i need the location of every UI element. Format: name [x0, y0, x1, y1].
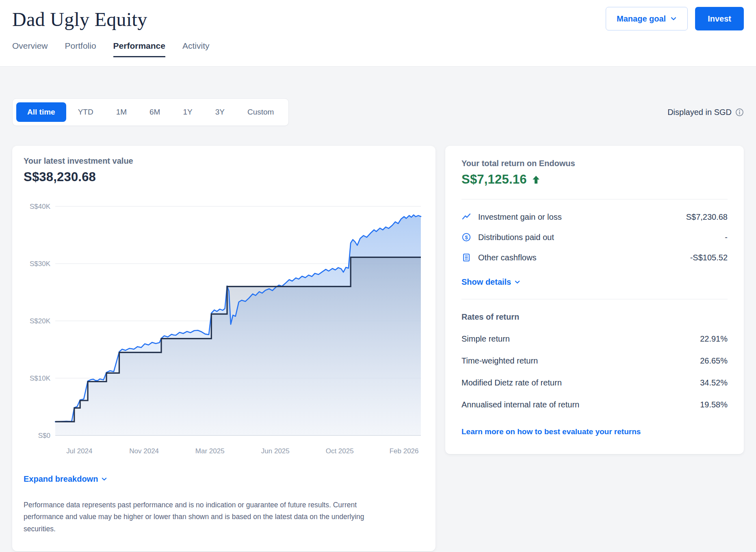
chart-wrap: S$40KS$30KS$20KS$10KS$0Jul 2024Nov 2024M… [24, 195, 424, 458]
filter-row: All time YTD 1M 6M 1Y 3Y Custom Displaye… [12, 98, 744, 126]
breakdown-value: - [725, 233, 728, 242]
tab-bar: Overview Portfolio Performance Activity [12, 41, 744, 57]
svg-text:Mar 2025: Mar 2025 [195, 447, 225, 455]
svg-text:$: $ [465, 234, 468, 240]
arrow-up-icon [531, 175, 541, 185]
show-details-link[interactable]: Show details [461, 277, 520, 287]
currency-note-label: Displayed in SGD [667, 108, 732, 117]
breakdown-row-distributions: $ Distributions paid out - [461, 227, 728, 247]
range-custom[interactable]: Custom [236, 102, 285, 122]
svg-text:Jul 2024: Jul 2024 [66, 447, 92, 455]
rate-label: Modified Dietz rate of return [461, 378, 562, 387]
rate-value: 22.91% [700, 334, 728, 344]
total-return-label: Your total return on Endowus [461, 159, 728, 168]
manage-goal-label: Manage goal [617, 14, 666, 24]
main-content: All time YTD 1M 6M 1Y 3Y Custom Displaye… [0, 98, 756, 551]
rate-value: 26.65% [700, 356, 728, 366]
breakdown-label: Distributions paid out [478, 233, 554, 242]
svg-text:S$30K: S$30K [30, 260, 51, 268]
rate-label: Annualised internal rate of return [461, 400, 579, 409]
investment-value-card: Your latest investment value S$38,230.68… [12, 146, 435, 551]
investment-value-amount: S$38,230.68 [24, 170, 424, 184]
svg-text:S$10K: S$10K [30, 374, 51, 382]
total-return-value-text: S$7,125.16 [461, 172, 527, 187]
cards-row: Your latest investment value S$38,230.68… [12, 146, 744, 551]
learn-more-link[interactable]: Learn more on how to best evaluate your … [461, 427, 641, 436]
svg-text:Oct 2025: Oct 2025 [326, 447, 354, 455]
trend-line-icon [461, 212, 471, 222]
range-1m[interactable]: 1M [105, 102, 138, 122]
rate-value: 19.58% [700, 400, 728, 409]
range-6m[interactable]: 6M [139, 102, 171, 122]
dollar-circle-icon: $ [461, 232, 471, 242]
svg-text:S$0: S$0 [38, 432, 50, 439]
rate-label: Time-weighted return [461, 356, 538, 366]
chevron-down-icon [670, 15, 677, 22]
svg-text:S$20K: S$20K [30, 317, 51, 325]
invest-button[interactable]: Invest [695, 7, 744, 30]
manage-goal-button[interactable]: Manage goal [606, 7, 688, 30]
rate-row-modified-dietz: Modified Dietz rate of return 34.52% [461, 378, 728, 387]
info-icon[interactable] [735, 108, 744, 117]
breakdown-label: Other cashflows [478, 253, 536, 262]
rates-of-return-title: Rates of return [461, 312, 728, 322]
investment-value-chart[interactable]: S$40KS$30KS$20KS$10KS$0Jul 2024Nov 2024M… [24, 195, 424, 458]
rate-label: Simple return [461, 334, 510, 344]
tab-portfolio[interactable]: Portfolio [65, 41, 96, 57]
range-ytd[interactable]: YTD [67, 102, 104, 122]
tab-activity[interactable]: Activity [182, 41, 210, 57]
breakdown-value: S$7,230.68 [686, 212, 728, 222]
breakdown-label: Investment gain or loss [478, 212, 562, 222]
divider [461, 199, 728, 199]
tab-performance[interactable]: Performance [113, 41, 165, 57]
chevron-down-icon [101, 476, 107, 482]
tab-overview[interactable]: Overview [12, 41, 48, 57]
total-return-amount: S$7,125.16 [461, 172, 728, 187]
rate-row-annualised-irr: Annualised internal rate of return 19.58… [461, 400, 728, 409]
document-icon [461, 253, 471, 262]
range-3y[interactable]: 3Y [204, 102, 236, 122]
investment-value-label: Your latest investment value [24, 156, 424, 166]
currency-note: Displayed in SGD [667, 108, 744, 117]
time-range-picker: All time YTD 1M 6M 1Y 3Y Custom [12, 98, 289, 126]
svg-text:S$40K: S$40K [30, 203, 51, 210]
rate-row-simple: Simple return 22.91% [461, 334, 728, 344]
breakdown-value: -S$105.52 [690, 253, 728, 262]
header-actions: Manage goal Invest [606, 7, 744, 30]
show-details-label: Show details [461, 277, 511, 287]
svg-text:Jun 2025: Jun 2025 [261, 447, 290, 455]
divider [461, 299, 728, 299]
performance-disclaimer: Performance data represents past perform… [24, 499, 365, 535]
rate-value: 34.52% [700, 378, 728, 387]
breakdown-row-cashflows: Other cashflows -S$105.52 [461, 247, 728, 268]
range-all-time[interactable]: All time [16, 102, 66, 122]
chevron-down-icon [514, 279, 520, 285]
total-return-card: Your total return on Endowus S$7,125.16 … [445, 146, 744, 454]
page-header: Dad Ugly Equity Manage goal Invest Overv… [0, 0, 756, 67]
breakdown-row-gain: Investment gain or loss S$7,230.68 [461, 207, 728, 227]
svg-text:Feb 2026: Feb 2026 [390, 447, 419, 455]
svg-text:Nov 2024: Nov 2024 [129, 447, 159, 455]
rate-row-time-weighted: Time-weighted return 26.65% [461, 356, 728, 366]
range-1y[interactable]: 1Y [172, 102, 203, 122]
expand-breakdown-label: Expand breakdown [24, 474, 98, 484]
expand-breakdown-link[interactable]: Expand breakdown [24, 474, 107, 484]
